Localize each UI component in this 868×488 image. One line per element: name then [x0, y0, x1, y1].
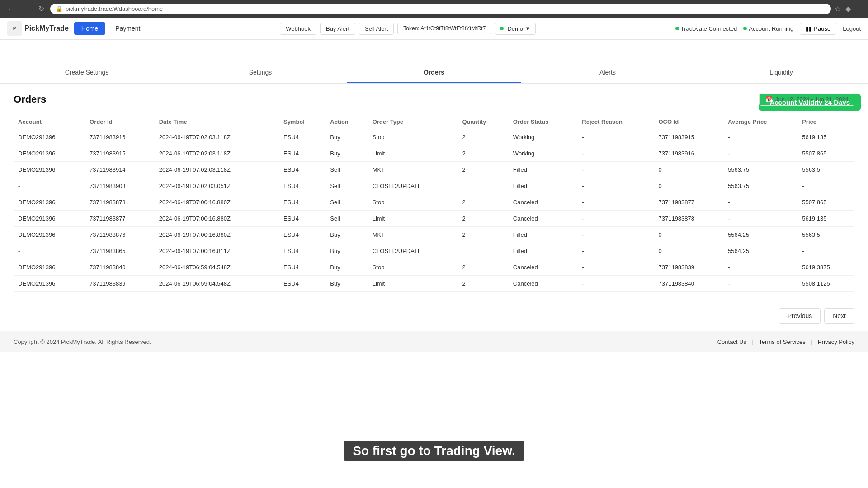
page-title: Orders [14, 94, 46, 105]
home-button[interactable]: Home [74, 22, 105, 35]
logo-icon: P [7, 21, 22, 36]
table-cell: ESU4 [279, 194, 326, 211]
col-price: Price [797, 115, 854, 129]
nav-center: Webhook Buy Alert Sell Alert Token: At1t… [150, 23, 665, 35]
demo-select[interactable]: Demo ▼ [495, 23, 536, 35]
table-cell: 2024-06-19T07:00:16.880Z [155, 227, 279, 243]
table-cell: 2 [458, 211, 509, 227]
table-cell: DEMO291396 [14, 211, 85, 227]
col-date-time: Date Time [155, 115, 279, 129]
table-header-row: Account Order Id Date Time Symbol Action… [14, 115, 854, 129]
tab-orders[interactable]: Orders [347, 62, 521, 83]
table-cell: - [577, 243, 654, 259]
table-cell: 2 [458, 276, 509, 292]
star-icon[interactable]: ☆ [835, 5, 841, 13]
col-quantity: Quantity [458, 115, 509, 129]
table-cell: ESU4 [279, 259, 326, 276]
back-button[interactable]: ← [5, 4, 17, 14]
table-cell: 73711983903 [85, 178, 155, 194]
forward-button[interactable]: → [21, 4, 33, 14]
menu-icon[interactable]: ⋮ [855, 5, 863, 13]
table-cell: 73711983839 [85, 276, 155, 292]
terms-link[interactable]: Terms of Services [759, 338, 805, 345]
buy-alert-button[interactable]: Buy Alert [320, 23, 355, 35]
reload-button[interactable]: ↻ [36, 4, 47, 14]
table-cell: 2024-06-19T07:00:16.880Z [155, 194, 279, 211]
nav-right: Tradovate Connected Account Running ▮▮ P… [675, 23, 861, 35]
table-cell: ESU4 [279, 178, 326, 194]
pause-button[interactable]: ▮▮ Pause [800, 23, 836, 35]
table-cell: 2 [458, 227, 509, 243]
lock-icon: 🔒 [56, 5, 63, 12]
token-display: Token: At1tGt9tTt8tWtEt8tYtMtRt7 [397, 23, 491, 34]
table-cell: 73711983878 [654, 211, 723, 227]
address-bar[interactable]: 🔒 pickmytrade.trade/#/dashboard/home [50, 4, 831, 14]
table-cell: ESU4 [279, 145, 326, 162]
account-running-dot [743, 27, 747, 30]
table-cell: DEMO291396 [14, 227, 85, 243]
table-cell: 5563.75 [723, 162, 797, 178]
table-cell: 5563.75 [723, 178, 797, 194]
table-cell: 73711983840 [85, 259, 155, 276]
table-cell: 5564.25 [723, 227, 797, 243]
sell-alert-button[interactable]: Sell Alert [359, 23, 394, 35]
table-cell: Buy [326, 243, 368, 259]
next-button[interactable]: Next [824, 308, 854, 324]
table-cell: Canceled [509, 211, 577, 227]
tradovate-status: Tradovate Connected [675, 25, 737, 32]
table-cell: Sell [326, 211, 368, 227]
table-cell: 73711983865 [85, 243, 155, 259]
table-cell: 0 [654, 178, 723, 194]
table-row: DEMO291396737119838392024-06-19T06:59:04… [14, 276, 854, 292]
account-running-label: Account Running [749, 25, 793, 32]
table-cell [458, 243, 509, 259]
table-cell: Filled [509, 162, 577, 178]
table-cell: 2024-06-19T06:59:04.548Z [155, 259, 279, 276]
tab-alerts[interactable]: Alerts [521, 62, 694, 83]
table-cell: Stop [368, 259, 458, 276]
col-order-id: Order Id [85, 115, 155, 129]
col-avg-price: Average Price [723, 115, 797, 129]
table-cell: 73711983915 [85, 145, 155, 162]
table-cell: DEMO291396 [14, 129, 85, 145]
browser-icons: ☆ ◆ ⋮ [835, 5, 863, 13]
table-row: DEMO291396737119838762024-06-19T07:00:16… [14, 227, 854, 243]
table-cell: 2024-06-19T07:02:03.118Z [155, 145, 279, 162]
logout-button[interactable]: Logout [843, 25, 861, 32]
table-cell: 2 [458, 145, 509, 162]
webhook-button[interactable]: Webhook [280, 23, 316, 35]
table-row: DEMO291396737119838772024-06-19T07:00:16… [14, 211, 854, 227]
table-cell: ESU4 [279, 129, 326, 145]
table-cell: Stop [368, 194, 458, 211]
date-range[interactable]: 📅 Jun 12, 2024 - Jun 21, 2024 [760, 93, 854, 106]
payment-button[interactable]: Payment [111, 22, 145, 35]
table-cell: 5563.5 [797, 227, 854, 243]
orders-table: Account Order Id Date Time Symbol Action… [14, 115, 854, 292]
table-cell: Filled [509, 227, 577, 243]
table-cell: 73711983916 [85, 129, 155, 145]
table-row: DEMO291396737119839152024-06-19T07:02:03… [14, 145, 854, 162]
previous-button[interactable]: Previous [779, 308, 821, 324]
tab-liquidity[interactable]: Liquidity [694, 62, 868, 83]
logo: P PickMyTrade [7, 21, 69, 36]
table-cell: - [577, 211, 654, 227]
table-cell: DEMO291396 [14, 145, 85, 162]
table-cell: 73711983877 [85, 211, 155, 227]
table-cell: 2 [458, 194, 509, 211]
sub-nav: Create Settings Settings Orders Alerts L… [0, 62, 868, 84]
privacy-link[interactable]: Privacy Policy [818, 338, 854, 345]
table-cell: 5564.25 [723, 243, 797, 259]
table-cell: 0 [654, 243, 723, 259]
pause-icon: ▮▮ [806, 25, 812, 32]
tab-settings[interactable]: Settings [174, 62, 347, 83]
col-symbol: Symbol [279, 115, 326, 129]
extensions-icon[interactable]: ◆ [845, 5, 851, 13]
contact-link[interactable]: Contact Us [717, 338, 746, 345]
tab-create-settings[interactable]: Create Settings [0, 62, 174, 83]
col-order-status: Order Status [509, 115, 577, 129]
table-cell: 2 [458, 162, 509, 178]
token-text: Token: At1tGt9tTt8tWtEt8tYtMtRt7 [403, 25, 486, 32]
col-account: Account [14, 115, 85, 129]
table-cell: - [577, 276, 654, 292]
table-cell: Sell [326, 162, 368, 178]
